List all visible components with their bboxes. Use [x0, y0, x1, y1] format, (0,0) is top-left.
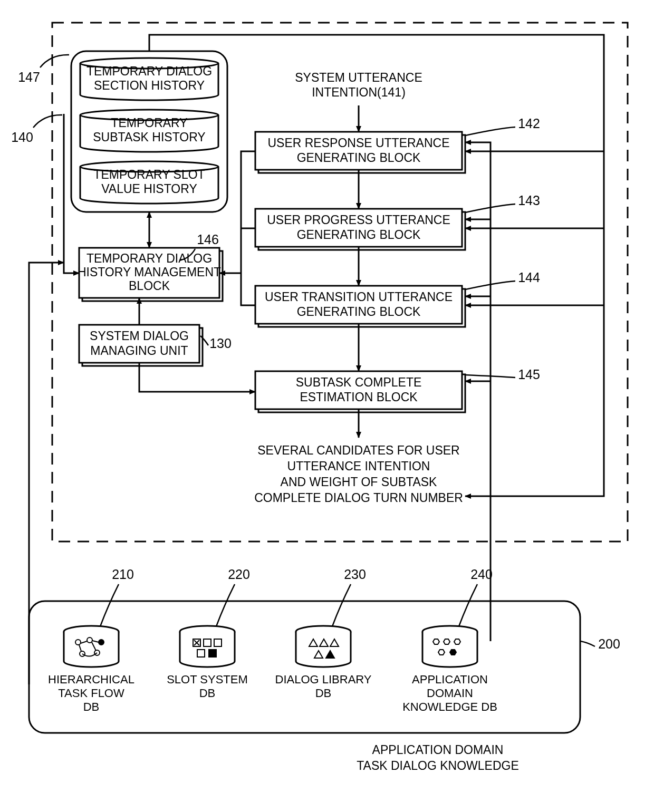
- se-l1: SUBTASK COMPLETE: [296, 375, 422, 389]
- cyl3-line1: TEMPORARY SLOT: [93, 168, 205, 181]
- knowledge-title: APPLICATION DOMAINTASK DIALOG KNOWLEDGE: [357, 743, 519, 772]
- ur-l2: GENERATING BLOCK: [297, 151, 421, 165]
- svg-text:DIALOG LIBRARYDB: DIALOG LIBRARYDB: [275, 673, 372, 700]
- block-temp-mgmt: TEMPORARY DIALOGHISTORY MANAGEMENTBLOCK: [78, 248, 223, 301]
- block-sys-dialog: SYSTEM DIALOGMANAGING UNIT: [79, 325, 203, 366]
- ref-145: 145: [518, 367, 540, 382]
- db-dialog-library: DIALOG LIBRARYDB: [275, 626, 372, 700]
- svg-text:TEMPORARY DIALOGSECTION HISTOR: TEMPORARY DIALOGSECTION HISTORY: [86, 64, 212, 92]
- label-output: SEVERAL CANDIDATES FOR USERUTTERANCE INT…: [254, 443, 463, 505]
- cyl1-line1: TEMPORARY DIALOG: [86, 64, 212, 78]
- se-l2: ESTIMATION BLOCK: [300, 390, 418, 404]
- block-user-progress: USER PROGRESS UTTERANCEGENERATING BLOCK: [255, 209, 465, 250]
- ref-140: 140: [11, 130, 33, 144]
- block-user-transition: USER TRANSITION UTTERANCEGENERATING BLOC…: [255, 286, 465, 327]
- block-user-response: USER RESPONSE UTTERANCEGENERATING BLOCK: [255, 132, 465, 173]
- ur-l1: USER RESPONSE UTTERANCE: [267, 136, 449, 150]
- ref-210: 210: [112, 567, 134, 582]
- cyl3-line2: VALUE HISTORY: [101, 182, 197, 196]
- svg-text:APPLICATIONDOMAINKNOWLEDGE DB: APPLICATIONDOMAINKNOWLEDGE DB: [402, 673, 497, 713]
- db-hierarchical: HIERARCHICALTASK FLOWDB: [48, 626, 134, 713]
- ref-230: 230: [344, 567, 366, 582]
- ref-147: 147: [18, 70, 40, 84]
- svg-rect-58: [209, 650, 216, 657]
- ref-240: 240: [470, 567, 493, 582]
- ut-l1: USER TRANSITION UTTERANCE: [265, 290, 453, 304]
- sd-l2: MANAGING UNIT: [90, 344, 188, 357]
- svg-text:TEMPORARY SLOTVALUE HISTORY: TEMPORARY SLOTVALUE HISTORY: [93, 168, 205, 196]
- ref-142: 142: [518, 116, 540, 131]
- svg-point-45: [99, 640, 104, 645]
- cylinder-temp-slot: TEMPORARY SLOTVALUE HISTORY: [80, 161, 218, 204]
- tm-l3: BLOCK: [129, 279, 170, 293]
- svg-text:SLOT SYSTEMDB: SLOT SYSTEMDB: [167, 673, 248, 700]
- diagram-canvas: TEMPORARY DIALOGSECTION HISTORY TEMPORAR…: [0, 0, 654, 812]
- ref-146: 146: [197, 232, 219, 247]
- cyl2-line2: SUBTASK HISTORY: [93, 130, 205, 144]
- knowledge-container: [29, 601, 580, 733]
- tm-l2: HISTORY MANAGEMENT: [78, 265, 221, 279]
- up-l2: GENERATING BLOCK: [297, 228, 421, 241]
- up-l1: USER PROGRESS UTTERANCE: [267, 213, 450, 227]
- db-slot-system: SLOT SYSTEMDB: [167, 626, 248, 700]
- tm-l1: TEMPORARY DIALOG: [86, 252, 212, 265]
- ref-220: 220: [228, 567, 250, 582]
- cyl2-line1: TEMPORARY: [111, 116, 187, 130]
- label-sys-utterance: SYSTEM UTTERANCEINTENTION(141): [295, 71, 422, 99]
- ref-200: 200: [598, 636, 620, 651]
- svg-text:HIERARCHICALTASK FLOWDB: HIERARCHICALTASK FLOWDB: [48, 673, 134, 713]
- ref-130: 130: [209, 336, 232, 351]
- ut-l2: GENERATING BLOCK: [297, 305, 421, 318]
- cyl1-line2: SECTION HISTORY: [94, 79, 205, 92]
- ref-143: 143: [518, 193, 540, 208]
- db-app-domain: APPLICATIONDOMAINKNOWLEDGE DB: [402, 626, 497, 713]
- block-subtask-estimation: SUBTASK COMPLETEESTIMATION BLOCK: [255, 371, 465, 412]
- ref-144: 144: [518, 270, 540, 285]
- sd-l1: SYSTEM DIALOG: [90, 329, 189, 343]
- cylinder-temp-dialog-section: TEMPORARY DIALOGSECTION HISTORY: [80, 58, 218, 100]
- cylinder-temp-subtask: TEMPORARYSUBTASK HISTORY: [80, 110, 218, 152]
